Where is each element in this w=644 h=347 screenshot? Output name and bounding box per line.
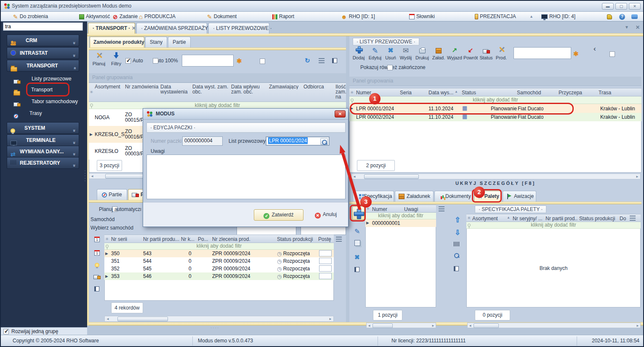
detail-tab-specyfikacja[interactable]: Specyfikacja	[353, 191, 394, 202]
waybills-filter-checkbox[interactable]	[609, 51, 615, 57]
batches-row-1[interactable]: ▶ 3505430ZPR 00009/2024◷ Rozpoczęta	[104, 250, 334, 257]
col-spec-status[interactable]: Status produkcji	[579, 216, 618, 222]
batches-column-chooser-icon[interactable]	[336, 237, 342, 242]
col-pkg-uwagi[interactable]: Uwagi	[404, 206, 429, 212]
tab-zamowienia-sprzedazy[interactable]: · ZAMÓWIENIA SPRZEDAŻY ·	[136, 23, 207, 34]
col-po[interactable]: Po...	[198, 236, 211, 242]
col-przyczepa[interactable]: Przyczepa	[559, 90, 596, 96]
status-button[interactable]: Status	[478, 46, 494, 60]
tab-area-close-icon[interactable]: ✕	[636, 24, 640, 30]
col-nr-k[interactable]: Nr k...	[181, 236, 197, 242]
subtab-partie[interactable]: Partie	[168, 37, 191, 48]
refresh-icon[interactable]: ↻	[305, 57, 310, 64]
tab-listy-przewozowe[interactable]: · LISTY PRZEWOZOWE ·	[208, 23, 269, 34]
col-ilosc[interactable]: Ilość zam. na	[335, 84, 346, 99]
filtry-button[interactable]: Filtry	[109, 52, 124, 66]
orders-group-panel[interactable]: Panel grupowania	[89, 73, 346, 83]
wyslij-button[interactable]: ✉Wyślij	[398, 46, 413, 60]
notes-textarea[interactable]	[146, 155, 346, 199]
confirm-button[interactable]: ✓Zatwierdź	[254, 209, 303, 221]
menu-raport[interactable]: Raport	[272, 13, 294, 20]
sidebar-item-tabor-samochodowy[interactable]: Tabor samochodowy	[9, 96, 79, 107]
menu-do-zrobienia[interactable]: ✎Do zrobienia	[13, 13, 48, 20]
select-all-icon[interactable]: ✳	[90, 90, 93, 94]
edytuj-button[interactable]: ✎Edytuj	[367, 46, 383, 60]
calendar-2-icon[interactable]: 1	[94, 250, 100, 256]
usun-button[interactable]: ✖Usuń	[384, 46, 397, 60]
hide-details-toggle[interactable]: UKRYJ SZCZEGÓŁY [F8]	[349, 181, 641, 186]
show-finished-checkbox[interactable]	[387, 65, 393, 70]
subtab-stany[interactable]: Stany	[145, 37, 167, 48]
spec-hscrollbar[interactable]: ◄►	[467, 323, 641, 328]
menu-rho-1[interactable]: ☻RHO [ID: 1]	[341, 13, 375, 20]
col-numer[interactable]: Numer	[356, 90, 398, 96]
batches-row-2[interactable]: 3515440ZPR 00009/2024◷ Rozpoczęta	[104, 257, 334, 265]
sidebar-group-crm[interactable]: CRM»	[7, 35, 79, 46]
period-prev-icon[interactable]: ‹	[593, 45, 596, 53]
add-package-button[interactable]	[352, 206, 365, 220]
col-data-wys[interactable]: Data wys...	[428, 90, 454, 96]
selection-mode-icon[interactable]	[332, 58, 337, 63]
expand-one-group-checkbox[interactable]	[3, 329, 9, 334]
splitter-handle[interactable]: ····	[210, 326, 219, 330]
dialog-title-bar[interactable]: MODUS ✕	[143, 109, 348, 120]
tab-partie-lower[interactable]: Partie	[97, 189, 127, 200]
waybills-search-input[interactable]	[514, 47, 571, 59]
detail-tab-palety[interactable]: ★Palety	[474, 191, 501, 202]
package-row-1[interactable]: ▶ 0000000001	[365, 219, 436, 227]
trailer-combo[interactable]	[301, 226, 346, 235]
waybill-row-1-selected[interactable]: ▶ LPR 00001/2024 11.10.2024 ▦ Planowanie…	[349, 104, 641, 113]
col-trasa[interactable]: Trasa	[599, 90, 636, 96]
col-status[interactable]: Status	[462, 90, 512, 96]
tab-list-dropdown-icon[interactable]: ▼	[625, 25, 629, 29]
detail-tab-zaladunek[interactable]: Załadunek	[395, 191, 434, 202]
waybill-row-2[interactable]: LPR 00002/2024 11.10.2024 ▦ Planowanie F…	[349, 113, 641, 121]
selection-icon[interactable]	[354, 267, 359, 272]
sidebar-group-intrastat[interactable]: INTRASTAT»	[7, 47, 79, 59]
menu-slowniki[interactable]: Słowniki	[409, 13, 435, 20]
sidebar-search-input[interactable]	[3, 22, 83, 31]
sidebar-group-transport[interactable]: TRANSPORT»	[7, 60, 79, 72]
menu-prezentacja[interactable]: PREZENTACJA	[475, 13, 516, 20]
col-nr-partii[interactable]: Nr partii produ...	[143, 236, 179, 242]
copy-icon[interactable]	[354, 240, 360, 246]
tab-close-icon[interactable]: ✕	[132, 25, 136, 31]
preview-icon[interactable]	[454, 253, 459, 258]
delete-package-icon[interactable]: ✖	[354, 254, 360, 261]
menu-rho-4[interactable]: RHO [ID: 4]	[541, 13, 575, 20]
detail-tab-awizacje[interactable]: Awizacje	[503, 191, 536, 202]
packages-column-chooser-icon[interactable]	[439, 206, 444, 211]
powrot-button[interactable]: ↙Powrót	[462, 46, 479, 60]
sidebar-group-wymiana-danych[interactable]: ⇄WYMIANA DANY...»	[7, 146, 79, 157]
dodaj-button[interactable]: Dodaj	[351, 46, 366, 60]
drukuj-button[interactable]: Drukuj	[414, 46, 430, 60]
ink-icon[interactable]	[607, 13, 614, 20]
auto-checkbox[interactable]	[125, 58, 131, 64]
col-nr-zamowienia[interactable]: Nr zamówienia	[125, 84, 160, 89]
sidebar-group-rejestratory[interactable]: REJESTRATORY»	[7, 157, 79, 169]
calendar-1-icon[interactable]: 1	[94, 237, 100, 242]
col-asortyment[interactable]: Asortyment	[95, 84, 124, 89]
bulb-icon[interactable]	[95, 263, 99, 267]
sidebar-item-trasy[interactable]: Trasy	[9, 108, 79, 119]
col-spec-seryjny[interactable]: Nr seryjny/ ...	[513, 216, 544, 222]
sidebar-group-system[interactable]: SYSTEM»	[7, 122, 79, 134]
menu-dokument[interactable]: ✎Dokument	[207, 13, 237, 20]
planuj-button[interactable]: Planuj	[90, 52, 107, 66]
menu-aktywnosc[interactable]: Aktywność	[79, 13, 110, 20]
batches-row-3[interactable]: 3525450ZPR 00009/2024◷ Rozpoczęta	[104, 265, 334, 272]
packages-hscrollbar[interactable]: ◄►	[366, 323, 436, 328]
wyjazd-button[interactable]: ↗Wyjazd	[446, 46, 463, 60]
selection-icon[interactable]	[94, 286, 99, 291]
batches-hscrollbar[interactable]: ◄►	[104, 316, 334, 322]
sidebar-group-terminale[interactable]: TERMINALE»	[7, 134, 79, 146]
detail-tab-dokumenty[interactable]: Dokumenty	[434, 191, 473, 202]
col-postep[interactable]: Postę	[318, 236, 333, 242]
col-spec-partia[interactable]: Nr partii prod...	[546, 216, 577, 222]
sidebar-item-listy-przewozowe[interactable]: Listy przewozowe	[9, 73, 79, 84]
menu-produkcja[interactable]: ⌂PRODUKCJA	[139, 13, 176, 20]
waybills-filter-row[interactable]: kliknij aby dodać filtr	[349, 96, 641, 104]
chat-icon[interactable]	[631, 13, 639, 20]
edit-package-icon[interactable]: ✎	[354, 227, 360, 235]
gear-icon[interactable]: ✱	[237, 57, 242, 65]
